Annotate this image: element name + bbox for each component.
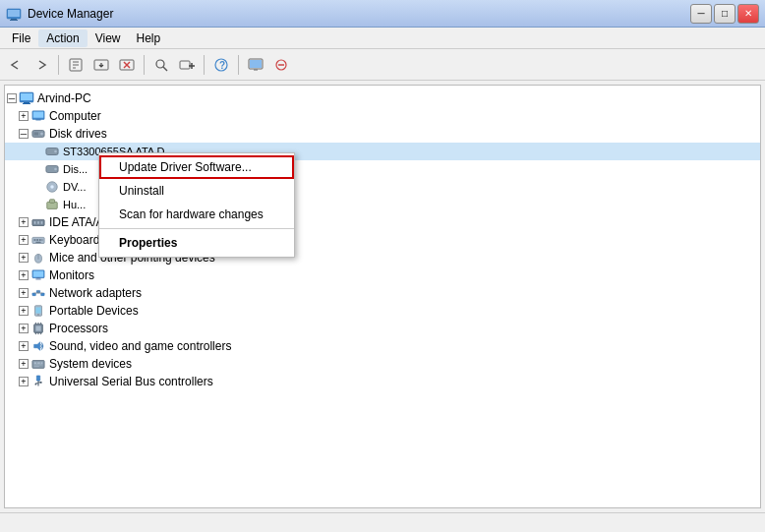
menu-file[interactable]: File [4,30,38,47]
sound-icon [30,338,46,354]
diskdrives-label: Disk drives [49,127,107,141]
svg-rect-48 [41,221,43,224]
svg-rect-20 [250,60,262,68]
toolbar-disable[interactable] [269,53,293,77]
toolbar-forward[interactable] [29,53,53,77]
svg-rect-50 [34,239,36,241]
svg-point-32 [40,132,44,136]
svg-rect-26 [24,102,29,103]
svg-rect-68 [35,308,40,314]
toolbar: ? [0,49,765,81]
svg-line-13 [163,67,167,71]
network-label: Network adapters [49,286,142,300]
svg-point-42 [50,185,54,189]
ctx-update-driver[interactable]: Update Driver Software... [99,155,294,179]
menu-view[interactable]: View [88,30,129,47]
svg-rect-85 [36,376,40,381]
expand-root[interactable]: ─ [7,93,17,103]
svg-rect-90 [40,382,42,384]
monitor-icon [30,267,46,283]
svg-rect-53 [42,239,43,241]
toolbar-scan[interactable] [149,53,173,77]
expand-keyboards[interactable]: + [19,235,29,245]
svg-rect-51 [36,239,38,241]
keyboards-label: Keyboards [49,233,105,247]
system-label: System devices [49,357,132,371]
tree-item-portable[interactable]: + Portable Devices [5,302,760,320]
svg-rect-63 [41,293,45,296]
ctx-separator [99,228,294,229]
computer-label: Computer [49,109,101,123]
toolbar-help[interactable]: ? [209,53,233,77]
svg-rect-81 [37,362,40,364]
title-bar-text: Device Manager [28,7,690,21]
sound-label: Sound, video and game controllers [49,339,231,353]
svg-rect-46 [34,221,36,224]
title-bar-buttons: ─ □ ✕ [690,4,759,24]
dv-icon [44,179,60,195]
toolbar-back[interactable] [4,53,28,77]
expand-network[interactable]: + [19,288,29,298]
ctx-uninstall[interactable]: Uninstall [99,179,294,203]
svg-rect-27 [23,103,30,104]
svg-rect-79 [32,361,44,369]
expand-diskdrives[interactable]: ─ [19,129,29,139]
toolbar-monitor[interactable] [244,53,267,77]
tree-item-system[interactable]: + System devices [5,355,760,373]
svg-rect-58 [33,271,44,277]
menu-help[interactable]: Help [129,30,169,47]
svg-rect-47 [37,221,39,224]
svg-rect-52 [39,239,41,241]
close-button[interactable]: ✕ [737,4,759,24]
toolbar-sep-4 [238,55,239,75]
dis-label: Dis... [63,163,88,175]
svg-rect-30 [35,120,40,121]
expand-processors[interactable]: + [19,324,29,333]
tree-item-network[interactable]: + Network adapters [5,284,760,302]
svg-rect-61 [32,293,36,296]
tree-item-computer[interactable]: + Computer [5,107,760,125]
toolbar-sep-3 [204,55,205,75]
network-icon [30,285,46,301]
ctx-scan-hardware[interactable]: Scan for hardware changes [99,203,294,226]
main-content[interactable]: ─ Arvind-PC + Computer [4,85,761,508]
expand-sound[interactable]: + [19,341,29,351]
tree-item-sound[interactable]: + Sound, video and game controllers [5,337,760,355]
tree-item-processors[interactable]: + Processors [5,320,760,337]
hu-label: Hu... [63,199,86,210]
menu-bar: File Action View Help [0,28,765,49]
svg-rect-3 [10,20,18,21]
toolbar-update-driver[interactable] [89,53,113,77]
title-bar: Device Manager ─ □ ✕ [0,0,765,28]
expand-system[interactable]: + [19,359,29,369]
expand-mice[interactable]: + [19,253,29,263]
toolbar-sep-1 [58,55,59,75]
svg-rect-29 [33,112,44,118]
expand-computer[interactable]: + [19,111,29,121]
maximize-button[interactable]: □ [714,4,736,24]
expand-monitors[interactable]: + [19,270,29,280]
expand-portable[interactable]: + [19,306,29,316]
svg-text:?: ? [219,60,225,71]
toolbar-sep-2 [144,55,145,75]
toolbar-uninstall[interactable] [115,53,139,77]
processors-label: Processors [49,322,108,335]
expand-usb[interactable]: + [19,377,29,386]
tree-item-monitors[interactable]: + Monitors [5,266,760,284]
status-bar [0,512,765,532]
ide-icon [30,214,46,230]
disk-icon-1 [44,144,60,159]
tree-item-diskdrives[interactable]: ─ Disk drives [5,125,760,143]
svg-marker-78 [34,342,40,351]
usb-label: Universal Serial Bus controllers [49,375,213,388]
menu-action[interactable]: Action [38,30,87,47]
toolbar-add-legacy[interactable] [175,53,199,77]
svg-point-88 [35,384,37,385]
toolbar-properties[interactable] [64,53,88,77]
portable-label: Portable Devices [49,304,139,318]
tree-root[interactable]: ─ Arvind-PC [5,89,760,107]
expand-ide[interactable]: + [19,217,29,227]
tree-item-usb[interactable]: + Universal Serial Bus controllers [5,373,760,390]
minimize-button[interactable]: ─ [690,4,712,24]
ctx-properties[interactable]: Properties [99,231,294,255]
